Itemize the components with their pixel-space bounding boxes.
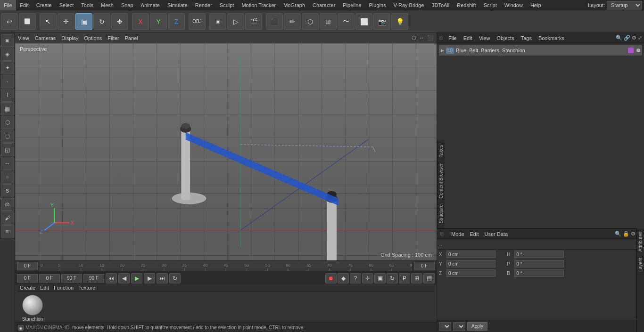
timeline-frame-input[interactable] (17, 262, 38, 270)
play-button[interactable]: ▶ (131, 273, 142, 283)
tool3-button[interactable]: ◱ (1, 143, 14, 156)
rotate-pb-button[interactable]: ↻ (387, 273, 398, 283)
menu-file[interactable]: File (0, 0, 16, 10)
menu-simulate[interactable]: Simulate (164, 0, 191, 10)
rotate-tool-button[interactable]: ↻ (93, 13, 110, 30)
move-mode-button[interactable]: ✛ (362, 273, 373, 283)
scale-tool-button[interactable]: ▣ (75, 13, 92, 30)
menu-sculpt[interactable]: Sculpt (216, 0, 238, 10)
mat-texture-menu[interactable]: Texture (78, 285, 95, 291)
mat-create-menu[interactable]: Create (20, 285, 35, 291)
undo-button[interactable]: ↩ (1, 13, 18, 30)
attr-userdata-menu[interactable]: User Data (485, 231, 508, 237)
content-browser-tab[interactable]: Content Browser (438, 160, 445, 201)
tool2-button[interactable]: ◻ (1, 130, 14, 143)
redo-button[interactable]: ⬜ (19, 13, 36, 30)
takes-tab[interactable]: Takes (438, 142, 445, 160)
apply-button[interactable]: Apply (467, 322, 487, 331)
edge-mode-button[interactable]: ⌇ (1, 89, 14, 102)
obj-mode-button[interactable]: OBJ (189, 13, 206, 30)
s-button[interactable]: S (1, 184, 14, 197)
menu-snap[interactable]: Snap (117, 0, 137, 10)
grid-pb-button[interactable]: ⊞ (411, 273, 422, 283)
menu-tools[interactable]: Tools (77, 0, 97, 10)
z-pos-input[interactable] (446, 269, 495, 277)
x-axis-button[interactable]: X (132, 13, 149, 30)
p-rot-input[interactable] (514, 260, 563, 267)
obj-view-menu[interactable]: View (476, 35, 493, 41)
vp-filter-menu[interactable]: Filter (107, 35, 119, 41)
menu-edit[interactable]: Edit (16, 0, 33, 10)
keyframe-button[interactable]: ◆ (338, 273, 349, 283)
vp-view-menu[interactable]: View (18, 35, 29, 41)
menu-character[interactable]: Character (309, 0, 339, 10)
select-tool-button[interactable]: ↖ (40, 13, 57, 30)
help-button[interactable]: ? (350, 273, 361, 283)
structure-tab[interactable]: Structure (438, 201, 445, 227)
viewport-canvas[interactable]: X Y Z Perspective Grid Spacing : 100 cm (15, 43, 437, 260)
cam-button[interactable]: 📷 (373, 13, 390, 30)
go-end-button[interactable]: ⏭ (157, 273, 168, 283)
deform-button[interactable]: 〜 (338, 13, 355, 30)
mat-function-menu[interactable]: Function (54, 285, 74, 291)
playback-start-frame[interactable]: 0 F (17, 274, 38, 283)
strip-button[interactable]: ▤ (423, 273, 435, 283)
attributes-tab[interactable]: Attributes (637, 228, 644, 254)
attr-mode-menu[interactable]: Mode (451, 231, 464, 237)
menu-mograph[interactable]: MoGraph (280, 0, 309, 10)
light-button[interactable]: 💡 (391, 13, 408, 30)
record-button[interactable]: ⏺ (325, 273, 337, 283)
texture-mode-button[interactable]: ◈ (1, 48, 14, 61)
material-item[interactable]: Stanchion (20, 294, 45, 322)
bend-button[interactable]: ↔ (1, 157, 14, 170)
scale-dropdown[interactable]: Scale (453, 322, 465, 331)
obj-edit-menu[interactable]: Edit (461, 35, 475, 41)
loop-button[interactable]: ↻ (169, 273, 181, 283)
vp-cameras-menu[interactable]: Cameras (35, 35, 56, 41)
paint-button[interactable]: 🖌 (1, 211, 14, 225)
weight-button[interactable]: ⚖ (1, 198, 14, 211)
menu-plugins[interactable]: Plugins (365, 0, 389, 10)
playback-end-frame1[interactable]: 90 F (61, 274, 82, 283)
menu-animate[interactable]: Animate (137, 0, 164, 10)
cube-button[interactable]: ⬛ (266, 13, 283, 30)
z-axis-button[interactable]: Z (168, 13, 185, 30)
pen-button[interactable]: ✏ (284, 13, 301, 30)
poly-mode-button[interactable]: ▦ (1, 102, 14, 115)
menu-help[interactable]: Help (527, 0, 545, 10)
brush-mode-button[interactable]: ✦ (1, 61, 14, 74)
playback-end-frame2[interactable]: 90 F (83, 274, 104, 283)
polygon-button[interactable]: ⬡ (302, 13, 319, 30)
x-pos-input[interactable] (446, 251, 495, 258)
layout-dropdown[interactable]: Startup Standard (607, 1, 642, 9)
layers-tab[interactable]: Layers (637, 254, 644, 275)
obj-objects-menu[interactable]: Objects (494, 35, 517, 41)
menu-script[interactable]: Script (480, 0, 501, 10)
vp-options-menu[interactable]: Options (84, 35, 102, 41)
y-axis-button[interactable]: Y (150, 13, 167, 30)
object-row-stanchion[interactable]: ▶ L0 Blue_Belt_Barriers_Stanchion (439, 45, 642, 56)
go-start-button[interactable]: ⏮ (106, 273, 117, 283)
step-back-button[interactable]: ◀ (118, 273, 130, 283)
rect-mode-button[interactable]: ▣ (374, 273, 386, 283)
mat-edit-menu[interactable]: Edit (40, 285, 49, 291)
menu-render[interactable]: Render (191, 0, 216, 10)
viewport[interactable]: View Cameras Display Options Filter Pane… (15, 33, 437, 260)
loop-button[interactable]: ○ (1, 170, 14, 184)
playback-current-frame[interactable]: 0 F (39, 274, 60, 283)
array-button[interactable]: ⊞ (320, 13, 337, 30)
attr-edit-menu[interactable]: Edit (470, 231, 479, 237)
menu-mesh[interactable]: Mesh (97, 0, 117, 10)
menu-create[interactable]: Create (33, 0, 56, 10)
transform-tool-button[interactable]: ✥ (111, 13, 128, 30)
tool1-button[interactable]: ⬡ (1, 116, 14, 129)
point-mode-button[interactable]: · (1, 75, 14, 88)
vp-display-menu[interactable]: Display (61, 35, 78, 41)
h-rot-input[interactable] (514, 251, 563, 258)
menu-window[interactable]: Window (501, 0, 527, 10)
model-mode-button[interactable]: ▣ (1, 34, 14, 47)
menu-vray[interactable]: V-Ray Bridge (390, 0, 428, 10)
menu-pipeline[interactable]: Pipeline (339, 0, 365, 10)
scene-button[interactable]: ⬜ (355, 13, 372, 30)
menu-motion-tracker[interactable]: Motion Tracker (238, 0, 280, 10)
